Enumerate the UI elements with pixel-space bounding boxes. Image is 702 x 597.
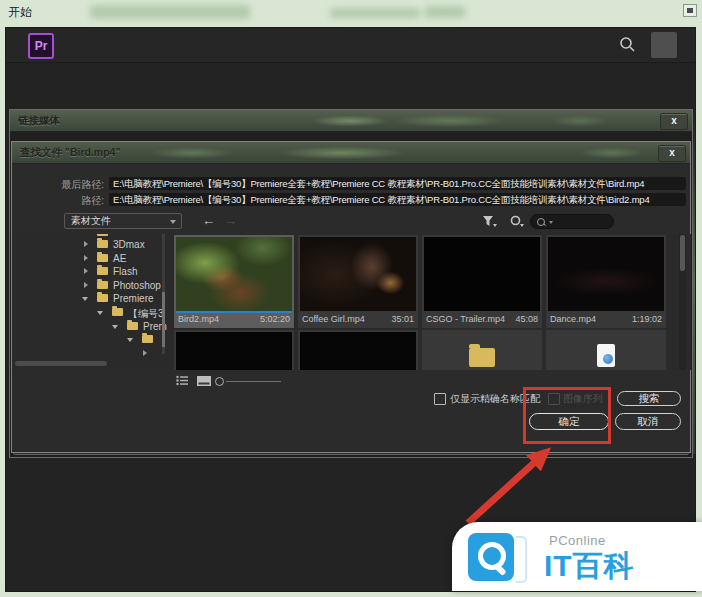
dialog-title: 查找文件 "Bird.mp4" xyxy=(20,146,120,160)
tree-item-ae[interactable]: AE xyxy=(13,252,163,265)
file-card-csgo-trailer[interactable]: CSGO - Trailer.mp4 45:08 xyxy=(422,235,542,328)
tree-item-flash[interactable]: Flash xyxy=(13,265,163,278)
zoom-slider-knob[interactable] xyxy=(215,377,224,386)
folder-icon xyxy=(112,308,123,316)
header-search-icon[interactable] xyxy=(619,36,636,53)
dialog-title: 链接媒体 xyxy=(18,114,60,128)
app-header: Pr xyxy=(6,28,695,63)
dialog-titlebar[interactable]: 链接媒体 x xyxy=(10,110,692,132)
video-thumbnail[interactable] xyxy=(548,237,664,311)
file-duration: 1:19:02 xyxy=(632,314,662,324)
file-card-coffee-girl[interactable]: Coffee Girl.mp4 35:01 xyxy=(298,235,418,328)
filter-icon[interactable] xyxy=(482,215,497,228)
project-file-card[interactable] xyxy=(546,330,666,370)
close-button[interactable]: x xyxy=(658,145,686,162)
close-icon: x xyxy=(669,147,675,158)
search-icon xyxy=(537,218,545,226)
chevron-right-icon[interactable] xyxy=(143,350,147,356)
tree-item-label: AE xyxy=(113,253,126,264)
settings-icon[interactable] xyxy=(510,215,525,228)
tree-item-numbered[interactable]: 【编号3 xyxy=(13,306,163,319)
folder-icon xyxy=(142,335,153,343)
folder-icon xyxy=(97,281,108,289)
chevron-right-icon[interactable] xyxy=(84,255,88,261)
forward-arrow-icon[interactable]: → xyxy=(224,213,237,228)
file-duration: 45:08 xyxy=(515,314,538,324)
folder-card[interactable] xyxy=(422,330,542,370)
grid-vertical-scrollbar[interactable] xyxy=(679,234,686,370)
thumbnail-view-icon[interactable] xyxy=(197,376,211,386)
tree-item-label: Premiere xyxy=(113,293,154,304)
file-name: Bird2.mp4 xyxy=(178,314,219,324)
file-name: CSGO - Trailer.mp4 xyxy=(426,314,505,324)
chevron-down-icon xyxy=(549,221,553,224)
window-title: 开始 xyxy=(8,4,32,21)
path-label: 路径: xyxy=(12,194,104,208)
list-view-icon[interactable] xyxy=(176,375,189,386)
location-dropdown[interactable]: 素材文件 xyxy=(64,213,182,229)
chevron-down-icon[interactable] xyxy=(97,311,103,315)
watermark-page-shape xyxy=(516,536,527,583)
tree-item-prem[interactable]: Prem xyxy=(13,320,163,333)
search-input[interactable] xyxy=(530,214,614,229)
folder-icon xyxy=(97,240,108,248)
zoom-slider-track[interactable] xyxy=(226,381,281,382)
search-button[interactable]: 搜索 xyxy=(617,391,681,406)
file-card-dance[interactable]: Dance.mp4 1:19:02 xyxy=(546,235,666,328)
close-button[interactable]: x xyxy=(660,113,688,130)
background-blur xyxy=(425,6,465,18)
user-avatar[interactable] xyxy=(651,32,677,58)
back-arrow-icon[interactable]: ← xyxy=(202,213,215,228)
premiere-logo: Pr xyxy=(28,33,54,59)
folder-icon xyxy=(469,348,495,367)
path-value: E:\电脑教程\Premiere\【编号30】Premiere全套+教程\Pre… xyxy=(109,193,686,206)
close-icon: x xyxy=(671,115,677,126)
file-duration: 5:02:20 xyxy=(260,314,290,324)
chevron-down-icon[interactable] xyxy=(127,338,133,342)
watermark-title: IT百科 xyxy=(544,546,635,587)
playhead-bar xyxy=(176,311,292,313)
window-control-icon[interactable] xyxy=(683,4,697,17)
tree-item[interactable] xyxy=(13,333,163,346)
scrollbar-thumb[interactable] xyxy=(680,235,685,271)
file-name: Dance.mp4 xyxy=(550,314,596,324)
chevron-right-icon[interactable] xyxy=(84,241,88,247)
tree-item-3dmax[interactable]: 3Dmax xyxy=(13,238,163,251)
chevron-down-icon[interactable] xyxy=(82,297,88,301)
tree-item-photoshop[interactable]: Photoshop xyxy=(13,279,163,292)
file-card-bird2[interactable]: Bird2.mp4 5:02:20 xyxy=(174,235,294,328)
watermark-logo xyxy=(468,533,514,581)
tree-horizontal-scrollbar[interactable] xyxy=(15,361,107,366)
video-thumbnail[interactable] xyxy=(176,332,292,370)
video-thumbnail[interactable] xyxy=(176,237,292,311)
folder-icon xyxy=(97,267,108,275)
file-name: Coffee Girl.mp4 xyxy=(302,314,365,324)
file-duration: 35:01 xyxy=(391,314,414,324)
chevron-right-icon[interactable] xyxy=(84,268,88,274)
exact-match-checkbox[interactable] xyxy=(434,393,446,405)
file-card[interactable] xyxy=(298,330,418,370)
tree-item-label: 3Dmax xyxy=(113,239,145,250)
folder-icon xyxy=(97,254,108,262)
video-thumbnail[interactable] xyxy=(300,332,416,370)
folder-icon xyxy=(127,322,138,330)
folder-icon xyxy=(97,294,108,302)
tree-item-label: Photoshop xyxy=(113,280,161,291)
chevron-down-icon[interactable] xyxy=(112,325,118,329)
tree-item[interactable] xyxy=(13,347,163,360)
file-card[interactable] xyxy=(174,330,294,370)
tree-vertical-scrollbar[interactable] xyxy=(162,234,165,354)
video-thumbnail[interactable] xyxy=(300,237,416,311)
scrollbar-thumb[interactable] xyxy=(162,292,165,347)
dialog-titlebar[interactable]: 查找文件 "Bird.mp4" x xyxy=(12,142,690,164)
tree-item-premiere[interactable]: Premiere xyxy=(13,292,163,305)
tree-item-label: 【编号3 xyxy=(128,307,164,321)
highlight-rectangle xyxy=(523,387,611,444)
magnifier-icon xyxy=(478,542,506,570)
last-path-label: 最后路径: xyxy=(12,178,104,192)
chevron-right-icon[interactable] xyxy=(84,282,88,288)
chevron-down-icon xyxy=(170,220,176,224)
video-thumbnail[interactable] xyxy=(424,237,540,311)
cancel-button[interactable]: 取消 xyxy=(615,413,681,430)
magnifier-handle xyxy=(493,563,506,576)
